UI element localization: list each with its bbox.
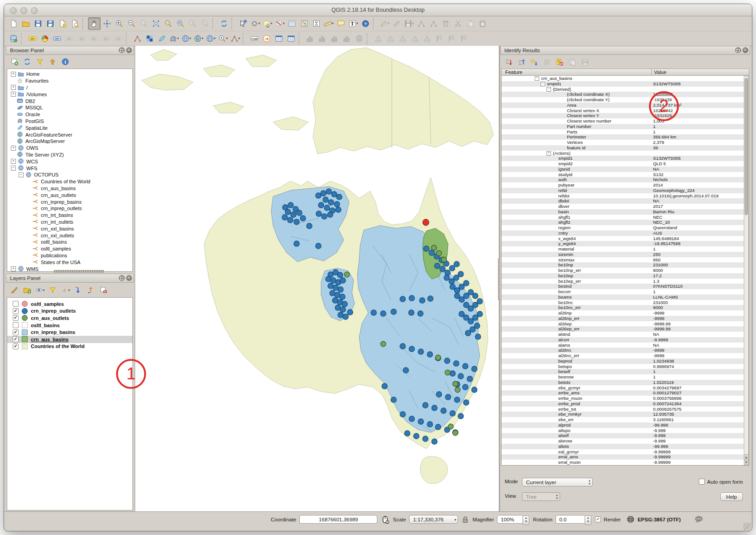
rotation-stepper[interactable]: 0.0▲▼	[556, 515, 585, 524]
gps-tools-button[interactable]	[446, 33, 458, 44]
identify-row-parts[interactable]: Parts1	[502, 129, 749, 135]
layer-visibility-checkbox[interactable]: ✓	[13, 336, 19, 342]
zoom-out-button[interactable]	[126, 18, 137, 29]
zoom-full-button[interactable]	[150, 18, 162, 29]
zonal-statistics-button[interactable]	[341, 33, 353, 44]
zoom-to-selection-button[interactable]	[162, 18, 174, 29]
identify-row--derived-[interactable]: −(Derived)	[502, 87, 749, 92]
identify-row-al26ep[interactable]: al26ep-9999.99	[502, 321, 749, 327]
browser-item-wcs[interactable]: +WCS	[7, 158, 132, 165]
browser-item-publications[interactable]: publications	[7, 252, 132, 259]
interpolation-button[interactable]	[397, 33, 409, 44]
identify-row--actions-[interactable]: +(Actions)	[502, 151, 749, 156]
node-tool-button[interactable]	[428, 18, 439, 29]
collapse-all-layers-button[interactable]	[86, 285, 96, 295]
save-layer-edits-button[interactable]: ▾	[403, 18, 415, 29]
identify-scrollbar[interactable]: ▲ ▼	[744, 76, 749, 465]
browser-item-arcgismapserver[interactable]: ArcGisMapServer	[7, 138, 132, 145]
pan-to-selection-button[interactable]	[101, 18, 113, 29]
browser-item-spatialite[interactable]: SpatiaLite	[7, 124, 132, 131]
identify-features-button[interactable]: i	[237, 18, 249, 29]
browser-item-home[interactable]: +Home	[7, 71, 132, 78]
properties-widget-button[interactable]: i	[60, 57, 70, 67]
auto-open-form-checkbox[interactable]	[699, 479, 705, 485]
tree-expander-icon[interactable]: +	[11, 72, 16, 77]
browser-item-crn-aus-basins[interactable]: crn_aus_basins	[7, 185, 132, 192]
add-feature-button[interactable]	[415, 18, 427, 29]
identify-row-part-number[interactable]: Part number1	[502, 124, 749, 129]
browser-item-oracle[interactable]: Oracle	[7, 111, 132, 118]
identify-row-refid[interactable]: refidGeomorphology_224	[502, 188, 749, 193]
tree-expander-icon[interactable]: +	[11, 266, 16, 271]
map-canvas[interactable]	[135, 46, 499, 511]
browser-item-osltl-samples[interactable]: osltl_samples	[7, 245, 132, 252]
browser-item-crn-int-outlets[interactable]: crn_int_outlets	[7, 219, 132, 226]
layers-close-button[interactable]: ×	[126, 275, 132, 281]
offline-editing-button[interactable]	[458, 33, 470, 44]
add-wms-layer-button[interactable]: ▾	[180, 33, 192, 44]
toggle-editing-button[interactable]	[391, 18, 403, 29]
open-attribute-table-button[interactable]	[286, 18, 298, 29]
add-selected-layers-button[interactable]	[10, 57, 20, 67]
identify-row-sizemin[interactable]: sizemin250	[502, 252, 749, 257]
browser-item-wfs[interactable]: −WFS	[7, 165, 132, 172]
panel-splitter-handle[interactable]	[54, 270, 104, 273]
browser-item-osltl-basins[interactable]: osltl_basins	[7, 239, 132, 245]
identify-row-be10ep-err[interactable]: be10ep_err1.3	[502, 279, 749, 284]
add-group-button[interactable]	[22, 285, 32, 295]
tree-expander-icon[interactable]: −	[19, 172, 24, 177]
db-manager-button[interactable]	[8, 33, 20, 44]
browser-item-crn-aus-outlets[interactable]: crn_aus_outlets	[7, 191, 132, 198]
run-feature-action-button[interactable]: ▾	[249, 18, 261, 29]
filter-browser-button[interactable]	[35, 57, 45, 67]
lock-icon[interactable]	[461, 515, 469, 524]
deselect-features-button[interactable]: ▾	[274, 18, 286, 29]
georeferencer-button[interactable]	[372, 33, 384, 44]
browser-item-ows[interactable]: +OWS	[7, 145, 132, 152]
identify-row-x-wgs84[interactable]: x_wgs84145.6488184	[502, 236, 749, 241]
zoom-native-button[interactable]: 1:1	[138, 18, 150, 29]
identify-row-beams[interactable]: beamsLLNL-CAMS	[502, 294, 749, 300]
copy-feature-button[interactable]	[567, 57, 577, 67]
identify-row-erral-ams[interactable]: erral_ams-9.99999	[502, 454, 749, 460]
expand-new-results-button[interactable]	[529, 57, 539, 67]
layer-visibility-checkbox[interactable]	[13, 301, 19, 307]
browser-item-crn-xxl-basins[interactable]: crn_xxl_basins	[7, 225, 132, 232]
magnifier-stepper[interactable]: 100%▲▼	[497, 515, 523, 524]
browser-item-db2[interactable]: DB2DB2	[7, 98, 132, 104]
feature-column-header[interactable]: Feature	[505, 69, 522, 75]
crs-globe-icon[interactable]	[627, 515, 634, 523]
browser-item-crn-int-basins[interactable]: crn_int_basins	[7, 212, 132, 219]
tree-expander-icon[interactable]: +	[11, 85, 16, 90]
layer-item-osltl-basins[interactable]: osltl_basins	[7, 322, 132, 329]
identify-row-cntry[interactable]: cntryAUS	[502, 231, 749, 236]
identify-row-erral-muon[interactable]: erral_muon-9.99999	[502, 460, 749, 465]
layer-visibility-checkbox[interactable]: ✓	[13, 344, 19, 349]
identify-row-besnow[interactable]: besnow1	[502, 374, 749, 380]
browser-item-crn-xxl-outlets[interactable]: crn_xxl_outlets	[7, 232, 132, 239]
new-print-composer-button[interactable]	[57, 18, 68, 29]
browser-item--[interactable]: +/	[7, 84, 132, 91]
raster-stretch-button[interactable]	[317, 33, 328, 44]
identify-row-alprod[interactable]: alprod-99.999	[502, 422, 749, 428]
layer-item-crn-aus-outlets[interactable]: ✓crn_aus_outlets	[7, 314, 132, 322]
identify-row-alsnow[interactable]: alsnow-9.999	[502, 438, 749, 444]
identify-row--clicked-coordinate-x-[interactable]: (clicked coordinate X)16200865	[502, 92, 749, 97]
layer-diagrams-button[interactable]	[39, 33, 51, 44]
paste-features-button[interactable]	[477, 18, 488, 29]
browser-item-mssql[interactable]: MSSQL	[7, 104, 132, 111]
view-select[interactable]: Tree▲▼	[522, 492, 560, 501]
full-histogram-stretch-button[interactable]	[353, 33, 365, 44]
simplify-feature-button[interactable]	[132, 33, 143, 44]
results-options-button[interactable]	[542, 57, 552, 67]
identify-row-sizemax[interactable]: sizemax850	[502, 257, 749, 263]
layer-visibility-checkbox[interactable]: ✓	[13, 308, 19, 314]
browser-close-button[interactable]: ×	[126, 47, 132, 53]
metasearch-csw-button[interactable]: CSW	[249, 33, 260, 44]
identify-row-smpid2[interactable]: smpid2QLD 5	[502, 161, 749, 167]
browser-item-postgis[interactable]: PostGIS	[7, 118, 132, 125]
browser-item-favourites[interactable]: Favourites	[7, 78, 132, 84]
tree-expander-icon[interactable]: −	[541, 82, 545, 86]
composer-manager-button[interactable]	[69, 18, 81, 29]
tree-expander-icon[interactable]: +	[11, 159, 16, 164]
